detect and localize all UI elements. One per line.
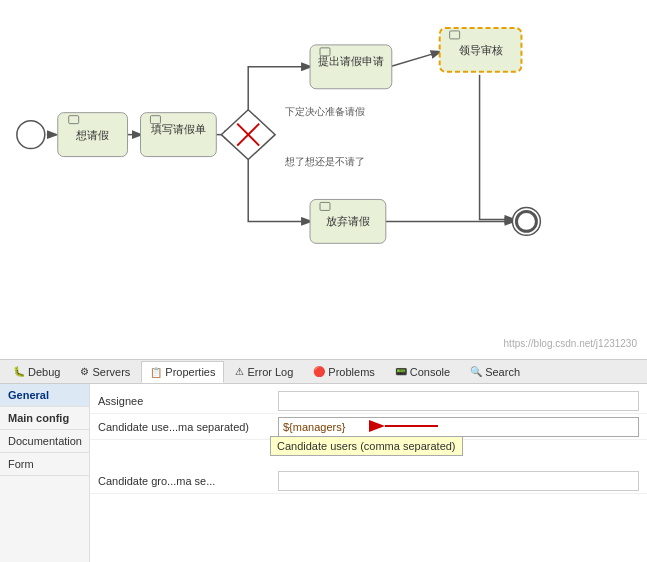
svg-text:提出请假申请: 提出请假申请	[318, 55, 384, 67]
assignee-label: Assignee	[98, 395, 278, 407]
svg-text:下定决心准备请假: 下定决心准备请假	[285, 106, 365, 117]
sidebar-item-form[interactable]: Form	[0, 453, 89, 476]
problems-icon: 🔴	[313, 366, 325, 377]
tab-search[interactable]: 🔍 Search	[461, 361, 529, 383]
candidate-users-input[interactable]	[278, 417, 639, 437]
tab-bar: 🐛 Debug ⚙ Servers 📋 Properties ⚠ Error L…	[0, 360, 647, 384]
candidate-users-tooltip: Candidate users (comma separated)	[270, 436, 463, 456]
left-sidebar: General Main config Documentation Form	[0, 384, 90, 562]
tab-problems-label: Problems	[328, 366, 374, 378]
tab-console-label: Console	[410, 366, 450, 378]
tab-debug[interactable]: 🐛 Debug	[4, 361, 69, 383]
tab-properties[interactable]: 📋 Properties	[141, 361, 224, 383]
sidebar-item-general[interactable]: General	[0, 384, 89, 407]
search-icon: 🔍	[470, 366, 482, 377]
candidate-groups-label: Candidate gro...ma se...	[98, 475, 278, 487]
svg-text:填写请假单: 填写请假单	[150, 123, 206, 135]
tab-console[interactable]: 📟 Console	[386, 361, 459, 383]
tab-servers-label: Servers	[92, 366, 130, 378]
bpmn-diagram: 想请假 填写请假单 下定决心准备请假 想了想还是不请了 提出请假申请 领导审核 …	[0, 0, 647, 359]
main-properties-content: Assignee Candidate use...ma separated)	[90, 384, 647, 562]
tab-error-log[interactable]: ⚠ Error Log	[226, 361, 302, 383]
tab-debug-label: Debug	[28, 366, 60, 378]
svg-text:领导审核: 领导审核	[459, 44, 503, 56]
candidate-groups-input[interactable]	[278, 471, 639, 491]
red-arrow-annotation	[380, 416, 440, 438]
svg-text:想请假: 想请假	[75, 129, 109, 141]
assignee-input[interactable]	[278, 391, 639, 411]
tab-error-log-label: Error Log	[247, 366, 293, 378]
properties-panel: General Main config Documentation Form A…	[0, 384, 647, 562]
sidebar-item-main-config[interactable]: Main config	[0, 407, 89, 430]
console-icon: 📟	[395, 366, 407, 377]
tab-servers[interactable]: ⚙ Servers	[71, 361, 139, 383]
svg-text:想了想还是不请了: 想了想还是不请了	[284, 156, 365, 167]
servers-icon: ⚙	[80, 366, 89, 377]
diagram-area: 想请假 填写请假单 下定决心准备请假 想了想还是不请了 提出请假申请 领导审核 …	[0, 0, 647, 360]
svg-point-28	[516, 211, 536, 231]
watermark: https://blog.csdn.net/j1231230	[504, 338, 637, 349]
svg-text:放弃请假: 放弃请假	[326, 215, 370, 227]
candidate-users-label: Candidate use...ma separated)	[98, 421, 278, 433]
tab-properties-label: Properties	[165, 366, 215, 378]
bottom-panel: 🐛 Debug ⚙ Servers 📋 Properties ⚠ Error L…	[0, 360, 647, 562]
svg-point-6	[17, 121, 45, 149]
sidebar-item-documentation[interactable]: Documentation	[0, 430, 89, 453]
tab-search-label: Search	[485, 366, 520, 378]
property-row-candidate-groups: Candidate gro...ma se...	[90, 468, 647, 494]
property-row-assignee: Assignee	[90, 388, 647, 414]
error-log-icon: ⚠	[235, 366, 244, 377]
properties-icon: 📋	[150, 367, 162, 378]
tab-problems[interactable]: 🔴 Problems	[304, 361, 383, 383]
debug-icon: 🐛	[13, 366, 25, 377]
